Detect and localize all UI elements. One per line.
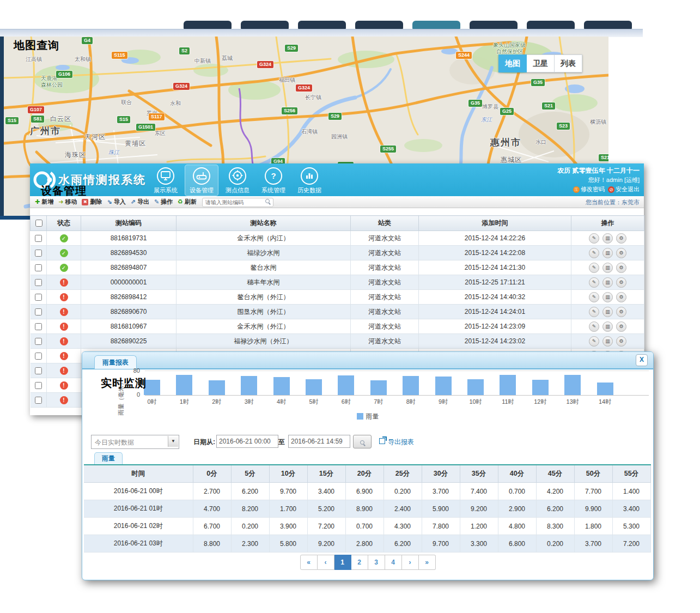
edit-icon[interactable]: ✎ <box>589 292 599 302</box>
nav-item-target[interactable]: 测点信息 <box>221 165 254 196</box>
rain-value-cell: 3.900 <box>269 518 307 535</box>
road-shield: S15 <box>117 116 130 123</box>
change-password-link[interactable]: 修改密码 <box>581 186 605 192</box>
page-button-active[interactable]: 1 <box>334 555 351 570</box>
nav-label: 系统管理 <box>257 186 290 195</box>
page-button[interactable]: › <box>402 555 419 570</box>
plus-button[interactable]: ✚新增 <box>35 198 53 206</box>
gear-icon[interactable]: ⚙ <box>616 277 626 288</box>
row-checkbox[interactable] <box>35 397 42 404</box>
rain-col-header: 15分 <box>307 465 345 483</box>
page-button[interactable]: ‹ <box>318 555 334 570</box>
operations-cell: ✎▥⚙ <box>571 319 644 334</box>
station-code-cell: 0000000001 <box>81 275 176 290</box>
nav-item-question[interactable]: ?系统管理 <box>257 165 290 196</box>
page-button[interactable]: » <box>419 555 436 570</box>
row-checkbox[interactable] <box>35 338 42 345</box>
page-button[interactable]: 4 <box>385 555 402 570</box>
row-checkbox[interactable] <box>35 353 42 360</box>
rain-col-header: 20分 <box>345 465 384 483</box>
station-search-input[interactable] <box>202 198 273 207</box>
status-error-icon: ! <box>60 396 68 404</box>
row-checkbox-cell <box>31 275 47 290</box>
row-checkbox[interactable] <box>35 279 42 286</box>
map-view-button-2[interactable]: 列表 <box>555 54 582 72</box>
row-checkbox[interactable] <box>35 235 42 242</box>
map-view-button-0[interactable]: 地图 <box>498 54 527 72</box>
status-error-icon: ! <box>60 381 68 390</box>
import-button[interactable]: ⇘导入 <box>107 198 125 206</box>
tab-rain[interactable]: 雨量 <box>94 452 123 464</box>
data-mode-select[interactable]: 今日实时数据 ▼ <box>91 435 179 449</box>
gear-icon[interactable]: ⚙ <box>616 292 626 302</box>
row-checkbox[interactable] <box>35 367 42 374</box>
rain-col-header: 时间 <box>84 465 193 483</box>
edit-icon[interactable]: ✎ <box>589 233 599 244</box>
operate-button[interactable]: ✎操作 <box>154 198 173 206</box>
edit-icon[interactable]: ✎ <box>589 336 599 347</box>
trash-icon[interactable]: ▥ <box>602 277 613 288</box>
nav-item-monitor[interactable]: 展示系统 <box>149 165 182 196</box>
date-from-input[interactable] <box>216 435 278 448</box>
trash-icon[interactable]: ▥ <box>602 292 613 302</box>
lunar-date: 农历 贰零壹伍年 十二月十一 <box>557 166 640 175</box>
trash-icon[interactable]: ▥ <box>602 321 613 332</box>
rain-value-cell: 7.800 <box>422 518 460 535</box>
gear-icon[interactable]: ⚙ <box>616 263 626 273</box>
select-all-checkbox[interactable] <box>35 220 42 227</box>
gear-icon[interactable]: ⚙ <box>616 336 626 347</box>
edit-icon[interactable]: ✎ <box>589 263 599 273</box>
gear-icon[interactable]: ⚙ <box>616 233 626 244</box>
close-icon[interactable]: X <box>636 354 648 366</box>
row-checkbox[interactable] <box>35 264 42 271</box>
search-icon[interactable] <box>265 199 270 203</box>
trash-icon[interactable]: ▥ <box>602 233 613 244</box>
edit-icon[interactable]: ✎ <box>589 277 599 288</box>
gear-icon[interactable]: ⚙ <box>616 307 626 317</box>
page-button[interactable]: 3 <box>368 555 385 570</box>
delete-button[interactable]: ✖删除 <box>82 198 102 206</box>
table-row: !8826890670围垦水闸（外江）河道水文站2015-12-24 14:24… <box>31 305 644 319</box>
move-button[interactable]: ➜移动 <box>58 198 77 206</box>
edit-icon[interactable]: ✎ <box>589 321 599 332</box>
row-checkbox[interactable] <box>35 382 42 389</box>
row-checkbox[interactable] <box>35 308 42 315</box>
edit-icon[interactable]: ✎ <box>589 307 599 317</box>
query-button[interactable] <box>353 435 372 448</box>
rain-col-header: 10分 <box>269 465 307 483</box>
gear-icon[interactable]: ⚙ <box>616 321 626 332</box>
map-view-button-1[interactable]: 卫星 <box>527 54 555 72</box>
edit-icon[interactable]: ✎ <box>589 248 599 258</box>
gear-icon[interactable]: ⚙ <box>616 248 626 258</box>
trash-icon[interactable]: ▥ <box>602 263 613 273</box>
export-report-link[interactable]: 导出报表 <box>379 438 414 447</box>
operations-cell: ✎▥⚙ <box>571 246 644 260</box>
question-icon: ? <box>265 167 282 185</box>
rain-time-cell: 2016-06-21 02时 <box>84 518 193 535</box>
status-cell: ! <box>47 393 81 408</box>
x-tick-label: 2时 <box>206 398 228 406</box>
logout-link[interactable]: 安全退出 <box>616 186 640 192</box>
rain-value-cell: 3.400 <box>612 500 650 518</box>
nav-label: 历史数据 <box>293 186 326 195</box>
row-checkbox[interactable] <box>35 250 42 257</box>
operations-cell: ✎▥⚙ <box>571 305 644 319</box>
page-button[interactable]: 2 <box>351 555 368 570</box>
chevron-down-icon[interactable]: ▼ <box>168 436 178 447</box>
refresh-button[interactable]: ♻刷新 <box>178 198 197 206</box>
status-error-icon: ! <box>60 278 68 287</box>
page-button[interactable]: « <box>300 555 318 570</box>
nav-item-device[interactable]: 设备管理 <box>185 165 218 196</box>
trash-icon[interactable]: ▥ <box>602 307 613 317</box>
rain-value-cell: 3.700 <box>422 483 460 500</box>
row-checkbox[interactable] <box>35 294 42 301</box>
export-button[interactable]: ⇗导出 <box>131 198 149 206</box>
trash-icon[interactable]: ▥ <box>602 248 613 258</box>
nav-item-chart[interactable]: 历史数据 <box>293 165 326 196</box>
toolbar-button-label: 新增 <box>41 198 53 206</box>
trash-icon[interactable]: ▥ <box>602 336 613 347</box>
status-cell: ! <box>47 363 81 378</box>
search-icon <box>360 440 364 445</box>
date-to-input[interactable] <box>288 435 350 448</box>
row-checkbox[interactable] <box>35 323 42 330</box>
